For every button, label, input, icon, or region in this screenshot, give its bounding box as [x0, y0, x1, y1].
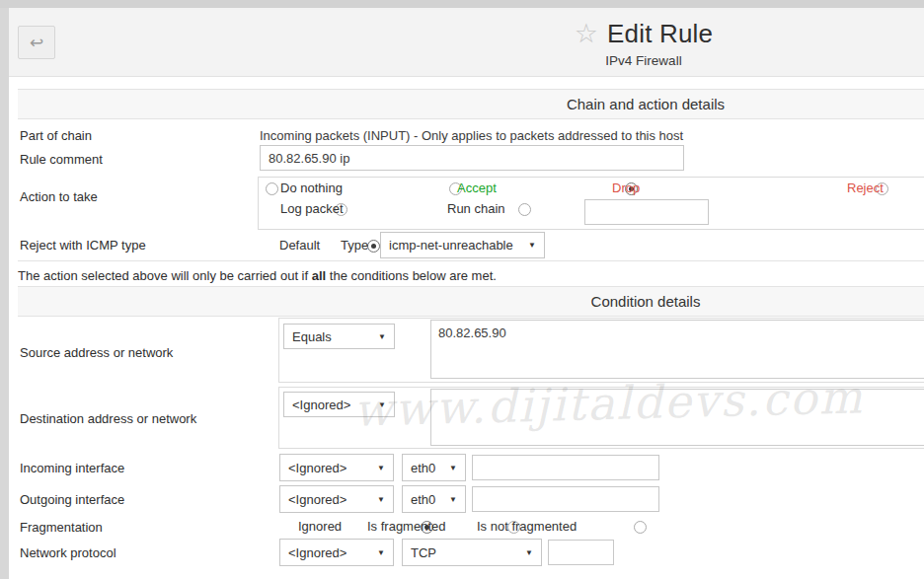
outgoing-match-value: <Ignored>	[288, 492, 346, 507]
protocol-other-input[interactable]	[548, 540, 614, 565]
frag-ignored-label: Ignored	[298, 519, 342, 534]
chevron-down-icon: ▼	[377, 548, 385, 557]
incoming-other-input[interactable]	[472, 455, 659, 480]
incoming-match-select[interactable]: <Ignored> ▼	[279, 454, 394, 481]
fragmentation-label: Fragmentation	[20, 520, 103, 535]
chevron-down-icon: ▼	[449, 495, 457, 504]
outgoing-interface-label: Outgoing interface	[20, 492, 124, 507]
page-subtitle: IPv4 Firewall	[605, 53, 681, 68]
page-title: Edit Rule	[607, 19, 713, 49]
chevron-down-icon: ▼	[378, 332, 386, 341]
incoming-match-value: <Ignored>	[288, 461, 346, 475]
radio-frag-not[interactable]	[634, 521, 647, 534]
reject-icmp-label: Reject with ICMP type	[20, 238, 146, 253]
do-nothing-label: Do nothing	[280, 181, 343, 195]
protocol-select[interactable]: TCP ▼	[402, 539, 542, 566]
frag-not-label: Is not fragmented	[477, 519, 577, 534]
outgoing-device-value: eth0	[411, 492, 435, 507]
destination-match-select[interactable]: <Ignored> ▼	[283, 392, 395, 417]
condition-section-header: Condition details	[18, 286, 924, 317]
destination-match-value: <Ignored>	[292, 398, 350, 412]
rule-comment-input[interactable]	[260, 145, 684, 171]
chevron-down-icon: ▼	[449, 464, 457, 472]
icmp-type-label: Type	[341, 238, 368, 253]
page-left-gutter	[0, 8, 9, 579]
source-address-textarea[interactable]: 80.82.65.90	[430, 320, 924, 379]
chevron-down-icon: ▼	[378, 400, 386, 409]
radio-icmp-default[interactable]	[367, 240, 380, 253]
protocol-value: TCP	[411, 545, 436, 560]
part-of-chain-label: Part of chain	[20, 128, 92, 143]
icmp-type-select[interactable]: icmp-net-unreachable ▼	[380, 232, 545, 258]
part-of-chain-value: Incoming packets (INPUT) - Only applies …	[260, 128, 683, 143]
chevron-down-icon: ▼	[525, 548, 533, 557]
chevron-down-icon: ▼	[377, 464, 385, 472]
protocol-match-value: <Ignored>	[288, 545, 346, 560]
source-address-label: Source address or network	[20, 345, 173, 360]
outgoing-device-select[interactable]: eth0 ▼	[402, 485, 466, 513]
network-protocol-label: Network protocol	[20, 545, 116, 560]
page-subtitle-row: IPv4 Firewall	[347, 51, 924, 69]
frag-is-label: Is fragmented	[367, 519, 446, 534]
conditions-note: The action selected above will only be c…	[18, 268, 497, 283]
incoming-device-select[interactable]: eth0 ▼	[402, 454, 466, 481]
back-arrow-icon: ↩	[30, 33, 43, 53]
chevron-down-icon: ▼	[377, 495, 385, 504]
rule-comment-label: Rule comment	[20, 152, 103, 167]
source-match-select[interactable]: Equals ▼	[283, 324, 395, 349]
incoming-device-value: eth0	[411, 461, 435, 475]
protocol-match-select[interactable]: <Ignored> ▼	[279, 539, 394, 566]
source-match-value: Equals	[292, 329, 332, 344]
icmp-type-select-value: icmp-net-unreachable	[389, 238, 513, 253]
window-top-strip	[0, 0, 924, 8]
chain-section-header: Chain and action details	[18, 89, 924, 119]
action-to-take-label: Action to take	[20, 189, 98, 204]
icmp-default-label: Default	[279, 238, 320, 253]
incoming-interface-label: Incoming interface	[20, 461, 124, 475]
destination-address-textarea[interactable]	[430, 389, 924, 446]
destination-address-label: Destination address or network	[20, 411, 196, 426]
outgoing-other-input[interactable]	[472, 486, 659, 512]
drop-label: Drop	[612, 181, 640, 195]
accept-label: Accept	[457, 181, 497, 195]
page-title-row: ☆ Edit Rule	[347, 19, 924, 49]
run-chain-input[interactable]	[584, 199, 709, 225]
radio-do-nothing[interactable]	[266, 182, 278, 195]
outgoing-match-select[interactable]: <Ignored> ▼	[279, 485, 394, 513]
star-icon[interactable]: ☆	[575, 21, 598, 47]
run-chain-label: Run chain	[447, 201, 505, 216]
log-packet-label: Log packet	[280, 201, 344, 216]
reject-label: Reject	[847, 181, 884, 195]
chevron-down-icon: ▼	[528, 241, 536, 250]
back-button[interactable]: ↩	[18, 26, 55, 59]
